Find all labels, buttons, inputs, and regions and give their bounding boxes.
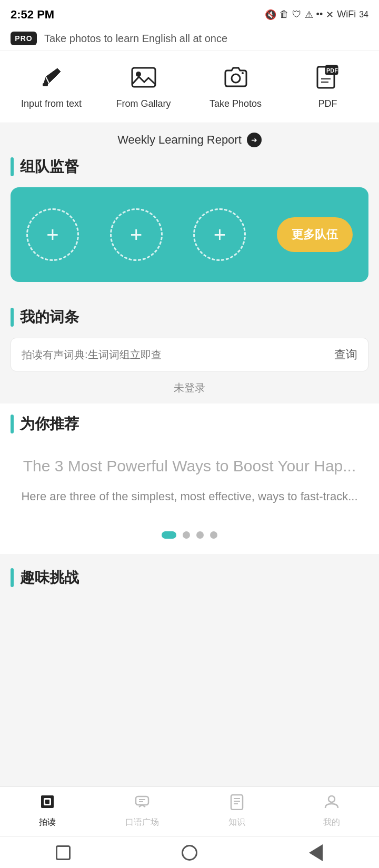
challenge-section: 趣味挑战 [0,554,379,607]
nav-zhishi-label: 知识 [228,817,245,828]
vocab-query-button[interactable]: 查询 [334,347,357,362]
vocab-section-header: 我的词条 [11,307,368,327]
wifi-icon: WiFi [337,9,356,20]
dot-4 [210,531,217,539]
nav-zhishi[interactable]: 知识 [190,793,284,828]
status-bar: 2:52 PM 🔇 🗑 🛡 ⚠ •• ✕ WiFi 34 [0,0,379,26]
svg-rect-0 [43,83,48,86]
action-from-gallery[interactable]: From Gallary [97,62,190,109]
system-nav-bar [0,836,379,868]
nav-mine[interactable]: 我的 [284,793,379,828]
dot-1 [162,531,176,539]
recommend-section-header: 为你推荐 [11,414,368,434]
nav-zhishi-icon [228,793,245,814]
add-member-circle-3[interactable]: + [193,208,246,261]
sys-back-button[interactable] [307,844,325,862]
more-team-button[interactable]: 更多队伍 [277,217,353,252]
action-input-from-text[interactable]: Input from text [5,62,97,109]
challenge-section-title: 趣味挑战 [20,568,79,588]
svg-point-2 [136,72,141,77]
action-from-gallery-label: From Gallary [116,98,171,109]
pro-badge: PRO [11,32,37,45]
recommend-card-desc: Here are three of the simplest, most eff… [16,488,363,505]
weekly-report-arrow-icon: ➜ [247,133,262,147]
svg-point-19 [328,796,335,802]
sys-circle-icon [182,845,197,861]
add-member-circle-2[interactable]: + [110,208,163,261]
svg-text:PDF: PDF [326,67,338,74]
vocab-search-input[interactable] [22,349,329,361]
pencil-icon [36,62,67,93]
sys-square-button[interactable] [54,844,72,862]
team-section-title: 组队监督 [20,157,79,177]
nav-mine-label: 我的 [323,817,340,828]
nav-paidu-label: 拍读 [39,817,56,828]
not-logged-text: 未登录 [11,381,368,395]
add-plus-icon-2: + [130,224,142,245]
action-pdf[interactable]: PDF PDF [282,62,374,109]
weekly-report-text: Weekly Learning Report [117,133,242,147]
status-time: 2:52 PM [11,8,54,22]
svg-point-4 [242,72,244,74]
sys-home-button[interactable] [181,844,198,862]
close-icon: ✕ [326,9,334,21]
shield-icon: 🛡 [292,9,302,20]
add-plus-icon-1: + [46,224,58,245]
nav-kouyu-label: 口语广场 [125,817,159,828]
vocab-section-title: 我的词条 [20,307,79,327]
team-section: 组队监督 + + + 更多队伍 [0,157,379,292]
team-section-bar [11,157,14,176]
delete-icon: 🗑 [280,9,289,20]
recommend-card[interactable]: The 3 Most Powerful Ways to Boost Your H… [11,445,368,516]
recommend-dots [11,531,368,539]
action-take-photos[interactable]: Take Photos [190,62,282,109]
sys-triangle-icon [309,844,323,861]
mute-icon: 🔇 [265,9,276,21]
svg-rect-11 [45,800,49,804]
status-icons: 🔇 🗑 🛡 ⚠ •• ✕ WiFi 34 [265,9,368,21]
add-member-circle-1[interactable]: + [26,208,79,261]
svg-point-3 [232,74,240,83]
action-input-from-text-label: Input from text [21,98,82,109]
dot-3 [196,531,204,539]
weekly-report-banner[interactable]: Weekly Learning Report ➜ [0,123,379,157]
action-pdf-label: PDF [318,98,337,109]
nav-kouyu-icon [134,793,151,814]
nav-kouyu[interactable]: 口语广场 [95,793,190,828]
recommend-section-title: 为你推荐 [20,414,79,434]
vocab-section-bar [11,308,14,327]
nav-paidu-icon [39,793,56,814]
recommend-section-bar [11,415,14,433]
bottom-nav: 拍读 口语广场 知识 [0,786,379,836]
action-row: Input from text From Gallary Take Photos [0,51,379,123]
svg-rect-12 [136,796,148,805]
alert-icon: ⚠ [305,9,313,21]
svg-rect-1 [132,68,155,87]
team-card: + + + 更多队伍 [11,187,368,282]
vocab-section: 我的词条 查询 未登录 [0,292,379,403]
dot-2 [183,531,190,539]
nav-paidu[interactable]: 拍读 [0,793,95,828]
top-bar-title: Take photos to learn English all at once [44,33,227,45]
team-section-header: 组队监督 [11,157,368,177]
pdf-icon: PDF [312,62,344,93]
nav-mine-icon [323,793,340,814]
recommend-card-title: The 3 Most Powerful Ways to Boost Your H… [16,455,363,477]
challenge-section-bar [11,568,14,587]
more-icon: •• [316,9,323,20]
camera-icon [220,62,252,93]
recommend-section: 为你推荐 The 3 Most Powerful Ways to Boost Y… [0,403,379,554]
battery-level: 34 [359,10,368,19]
add-plus-icon-3: + [214,224,226,245]
action-take-photos-label: Take Photos [210,98,262,109]
svg-rect-15 [231,795,243,810]
sys-square-icon [56,845,71,860]
image-icon [128,62,159,93]
challenge-section-header: 趣味挑战 [11,568,368,588]
vocab-search-row: 查询 [11,338,368,371]
top-bar: PRO Take photos to learn English all at … [0,26,379,51]
